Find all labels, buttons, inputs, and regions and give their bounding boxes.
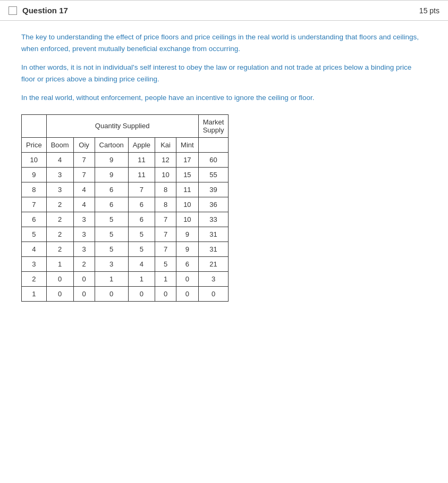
table-cell: 8 <box>155 182 176 197</box>
table-cell: 5 <box>128 242 155 256</box>
table-cell: 1 <box>155 271 176 286</box>
table-cell: 7 <box>73 152 95 167</box>
supply-table-main: Quantity Supplied MarketSupply Price Boo… <box>21 114 229 302</box>
table-cell: 2 <box>46 227 73 242</box>
table-row: 523557931 <box>22 227 229 242</box>
table-cell: 4 <box>22 242 47 256</box>
table-row: 423557931 <box>22 242 229 256</box>
col-header-mint: Mint <box>176 137 199 152</box>
table-row: 937911101555 <box>22 167 229 182</box>
market-supply-label-cell: MarketSupply <box>198 114 229 137</box>
header-row-top: Quantity Supplied MarketSupply <box>22 114 229 137</box>
table-cell: 21 <box>198 256 229 271</box>
table-cell: 11 <box>128 152 155 167</box>
col-header-cartoon: Cartoon <box>95 137 128 152</box>
table-cell: 0 <box>95 286 128 301</box>
table-cell: 31 <box>198 227 229 242</box>
table-cell: 55 <box>198 167 229 182</box>
col-header-boom: Boom <box>46 137 73 152</box>
table-cell: 6 <box>128 197 155 212</box>
table-cell: 9 <box>95 167 128 182</box>
table-cell: 0 <box>128 286 155 301</box>
table-cell: 36 <box>198 197 229 212</box>
col-header-apple: Apple <box>128 137 155 152</box>
header-row-sub: Price Boom Oiy Cartoon Apple Kai Mint <box>22 137 229 152</box>
table-cell: 9 <box>176 227 199 242</box>
table-cell: 3 <box>95 256 128 271</box>
table-cell: 0 <box>176 286 199 301</box>
table-cell: 4 <box>73 197 95 212</box>
table-cell: 17 <box>176 152 199 167</box>
table-cell: 1 <box>95 271 128 286</box>
table-cell: 6 <box>95 182 128 197</box>
table-cell: 8 <box>155 197 176 212</box>
table-cell: 3 <box>73 212 95 227</box>
points-label: 15 pts <box>419 6 439 15</box>
table-cell: 39 <box>198 182 229 197</box>
intro-text-1: The key to understanding the effect of p… <box>21 31 427 54</box>
table-cell: 1 <box>128 271 155 286</box>
empty-price-top <box>22 114 47 137</box>
table-cell: 7 <box>155 212 176 227</box>
table-cell: 10 <box>176 197 199 212</box>
table-cell: 33 <box>198 212 229 227</box>
table-cell: 0 <box>198 286 229 301</box>
table-cell: 10 <box>155 167 176 182</box>
table-cell: 2 <box>22 271 47 286</box>
intro-text-3: In the real world, without enforcement, … <box>21 92 427 104</box>
question-body: The key to understanding the effect of p… <box>0 21 448 318</box>
table-cell: 0 <box>176 271 199 286</box>
table-cell: 1 <box>22 286 47 301</box>
table-cell: 7 <box>73 167 95 182</box>
table-cell: 9 <box>22 167 47 182</box>
table-cell: 11 <box>176 182 199 197</box>
intro-text-2: In other words, it is not in individual'… <box>21 62 427 85</box>
table-row: 8346781139 <box>22 182 229 197</box>
page-container: Question 17 15 pts The key to understand… <box>0 0 448 483</box>
table-cell: 9 <box>95 152 128 167</box>
table-cell: 8 <box>22 182 47 197</box>
table-cell: 15 <box>176 167 199 182</box>
table-cell: 2 <box>46 197 73 212</box>
col-header-price: Price <box>22 137 47 152</box>
table-cell: 3 <box>46 182 73 197</box>
table-cell: 5 <box>128 227 155 242</box>
table-row: 6235671033 <box>22 212 229 227</box>
table-cell: 4 <box>128 256 155 271</box>
table-cell: 3 <box>198 271 229 286</box>
table-cell: 4 <box>46 152 73 167</box>
table-cell: 6 <box>128 212 155 227</box>
table-cell: 0 <box>73 286 95 301</box>
question-title: Question 17 <box>22 6 68 15</box>
table-row: 312345621 <box>22 256 229 271</box>
table-cell: 3 <box>73 227 95 242</box>
table-cell: 7 <box>155 227 176 242</box>
question-checkbox[interactable] <box>9 6 17 15</box>
table-container: Quantity Supplied MarketSupply Price Boo… <box>21 114 427 302</box>
table-cell: 0 <box>46 286 73 301</box>
table-cell: 2 <box>46 212 73 227</box>
table-cell: 2 <box>73 256 95 271</box>
table-cell: 5 <box>22 227 47 242</box>
table-cell: 0 <box>73 271 95 286</box>
table-cell: 5 <box>95 242 128 256</box>
table-cell: 0 <box>46 271 73 286</box>
table-cell: 5 <box>155 256 176 271</box>
table-cell: 5 <box>95 212 128 227</box>
table-cell: 10 <box>176 212 199 227</box>
table-cell: 2 <box>46 242 73 256</box>
table-cell: 10 <box>22 152 47 167</box>
col-header-oiy: Oiy <box>73 137 95 152</box>
table-cell: 1 <box>46 256 73 271</box>
table-cell: 5 <box>95 227 128 242</box>
table-cell: 6 <box>22 212 47 227</box>
table-cell: 4 <box>73 182 95 197</box>
table-cell: 3 <box>73 242 95 256</box>
table-row: 20011103 <box>22 271 229 286</box>
table-cell: 7 <box>128 182 155 197</box>
table-cell: 3 <box>46 167 73 182</box>
market-supply-sub-empty <box>198 137 229 152</box>
quantity-supplied-label-cell: Quantity Supplied <box>46 114 198 137</box>
table-cell: 31 <box>198 242 229 256</box>
table-cell: 7 <box>155 242 176 256</box>
